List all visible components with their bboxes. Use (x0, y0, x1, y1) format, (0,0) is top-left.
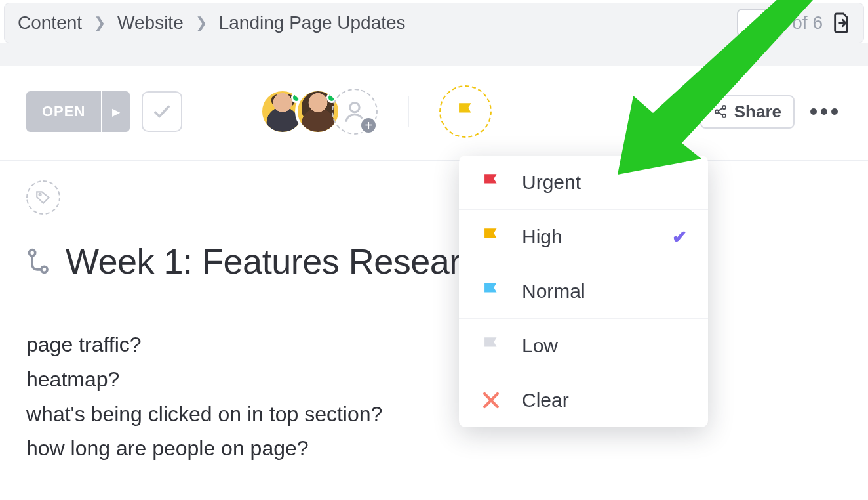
priority-label: Urgent (522, 171, 581, 194)
chevron-right-icon: ❯ (94, 14, 106, 31)
svg-point-0 (350, 103, 359, 112)
desc-line-3: what's being clicked on in top section? (26, 397, 842, 432)
add-tag-button[interactable] (26, 180, 60, 215)
mark-complete-button[interactable] (142, 91, 182, 132)
desc-line-4: how long are people on page? (26, 431, 842, 466)
priority-label: Normal (522, 280, 585, 302)
flag-icon (480, 226, 502, 248)
plus-icon: + (359, 116, 378, 135)
svg-point-4 (39, 194, 41, 196)
priority-dropdown: Urgent High ✔ Normal Low Clear (459, 156, 708, 427)
breadcrumb-item-content[interactable]: Content (18, 12, 82, 33)
task-description[interactable]: page traffic? heatmap? what's being clic… (26, 327, 842, 466)
status-dropdown-caret[interactable]: ▶ (101, 91, 130, 132)
share-button[interactable]: Share (700, 95, 795, 129)
subtask-icon (26, 247, 55, 276)
flag-icon (454, 100, 477, 123)
share-label: Share (734, 102, 781, 122)
breadcrumb-item-website[interactable]: Website (117, 12, 184, 33)
page-navigator: of 6 (737, 9, 850, 37)
next-task-icon[interactable] (832, 12, 850, 34)
flag-icon (480, 280, 502, 302)
task-toolbar: OPEN ▶ + Share (0, 66, 868, 161)
status-open-button[interactable]: OPEN ▶ (26, 91, 130, 132)
priority-option-urgent[interactable]: Urgent (459, 156, 708, 210)
priority-option-high[interactable]: High ✔ (459, 210, 708, 264)
chevron-right-icon: ❯ (195, 14, 207, 31)
desc-line-2: heatmap? (26, 362, 842, 397)
desc-line-1: page traffic? (26, 327, 842, 362)
page-number-input[interactable] (737, 9, 783, 37)
priority-label: Low (522, 335, 558, 357)
check-icon: ✔ (672, 226, 687, 248)
task-body: Week 1: Features Research page traffic? … (0, 161, 868, 486)
priority-option-clear[interactable]: Clear (459, 373, 708, 427)
priority-label: High (522, 226, 562, 248)
breadcrumb-item-landing[interactable]: Landing Page Updates (219, 12, 406, 33)
assignees: + (260, 89, 378, 135)
flag-icon (480, 335, 502, 357)
share-icon (713, 104, 728, 119)
more-menu-button[interactable] (806, 108, 842, 115)
task-title-row: Week 1: Features Research (26, 241, 842, 281)
close-icon (480, 389, 502, 411)
page-total-label: of 6 (792, 12, 823, 33)
svg-point-5 (30, 250, 35, 256)
divider (408, 96, 409, 127)
tag-icon (35, 189, 52, 206)
task-title[interactable]: Week 1: Features Research (66, 241, 498, 281)
flag-icon (480, 171, 502, 194)
priority-option-normal[interactable]: Normal (459, 264, 708, 319)
status-open-label: OPEN (26, 91, 101, 132)
priority-option-low[interactable]: Low (459, 319, 708, 373)
svg-point-6 (41, 266, 47, 272)
add-assignee-button[interactable]: + (332, 89, 378, 135)
priority-flag-button[interactable] (439, 85, 492, 138)
priority-label: Clear (522, 389, 569, 411)
breadcrumb-bar: Content ❯ Website ❯ Landing Page Updates… (4, 3, 864, 43)
